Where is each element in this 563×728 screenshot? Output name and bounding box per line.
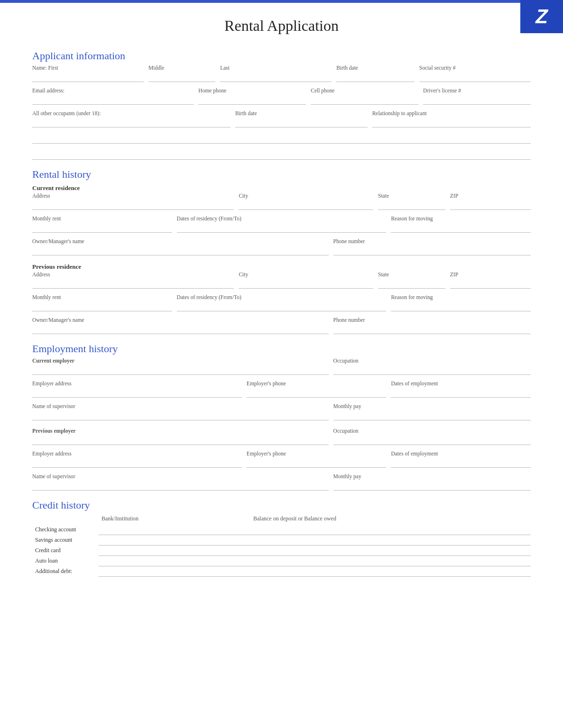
- field-current-dates: Dates of residency (From/To): [177, 216, 391, 233]
- field-prev-supervisor: Name of supervisor: [32, 473, 333, 491]
- logo-box: Z: [520, 0, 563, 33]
- input-employer-phone[interactable]: [247, 387, 387, 398]
- rental-current-row1: Address City State ZIP: [32, 193, 531, 210]
- input-prev-zip[interactable]: [450, 278, 531, 289]
- input-prev-employer-address[interactable]: [32, 457, 242, 468]
- input-monthly-pay[interactable]: [333, 410, 531, 420]
- input-prev-monthly-pay[interactable]: [333, 480, 531, 491]
- field-cell-phone: Cell phone: [311, 88, 423, 105]
- input-middle-name[interactable]: [148, 72, 215, 82]
- field-current-employer: Current employer: [32, 358, 333, 375]
- input-dates-employment[interactable]: [391, 387, 531, 398]
- table-row: Additional debt:: [32, 566, 531, 576]
- input-drivers-license[interactable]: [423, 94, 531, 105]
- applicant-row3: All other occupants (under 18): Birth da…: [32, 110, 531, 127]
- input-supervisor[interactable]: [32, 410, 329, 420]
- input-prev-rent[interactable]: [32, 301, 172, 311]
- input-prev-employer[interactable]: [32, 435, 329, 445]
- input-current-address[interactable]: [32, 200, 234, 210]
- credit-input-savings-bank[interactable]: [99, 535, 250, 545]
- applicant-section-title: Applicant information: [32, 50, 531, 62]
- credit-input-checking-bank[interactable]: [99, 524, 250, 535]
- field-current-city: City: [239, 193, 378, 210]
- employment-prev-row2: Employer address Employer's phone Dates …: [32, 451, 531, 468]
- input-current-employer[interactable]: [32, 364, 329, 375]
- field-prev-reason: Reason for moving: [391, 294, 531, 311]
- input-prev-address[interactable]: [32, 278, 234, 289]
- rental-section-title: Rental history: [32, 168, 531, 181]
- current-residence-label: Current residence: [32, 184, 531, 192]
- field-prev-dates-employment: Dates of employment: [391, 451, 531, 468]
- rental-prev-row3: Owner/Manager's name Phone number: [32, 317, 531, 334]
- input-prev-occupation[interactable]: [333, 435, 531, 445]
- input-current-dates[interactable]: [177, 222, 387, 233]
- input-current-city[interactable]: [239, 200, 373, 210]
- applicant-extra-line1: [32, 133, 531, 144]
- field-prev-employer-address: Employer address: [32, 451, 247, 468]
- credit-table-header: Bank/Institution Balance on deposit or B…: [32, 514, 531, 524]
- field-prev-city: City: [239, 272, 378, 289]
- field-prev-address: Address: [32, 272, 239, 289]
- input-current-rent[interactable]: [32, 222, 172, 233]
- input-prev-reason[interactable]: [391, 301, 531, 311]
- credit-input-checking-balance[interactable]: [250, 524, 531, 535]
- credit-input-savings-balance[interactable]: [250, 535, 531, 545]
- input-first-name[interactable]: [32, 72, 144, 82]
- rental-section: Rental history Current residence Address…: [32, 168, 531, 334]
- credit-input-debt-balance[interactable]: [250, 566, 531, 576]
- input-last-name[interactable]: [220, 72, 332, 82]
- employment-current-row3: Name of supervisor Monthly pay: [32, 403, 531, 420]
- input-current-reason[interactable]: [391, 222, 531, 233]
- credit-input-auto-balance[interactable]: [250, 555, 531, 566]
- credit-input-credit-bank[interactable]: [99, 545, 250, 555]
- input-home-phone[interactable]: [198, 94, 306, 105]
- applicant-section: Applicant information Name: First Middle…: [32, 50, 531, 160]
- credit-input-credit-balance[interactable]: [250, 545, 531, 555]
- input-other-occupants[interactable]: [32, 117, 231, 127]
- field-prev-employer-phone: Employer's phone: [247, 451, 391, 468]
- input-current-owner-phone[interactable]: [333, 245, 531, 255]
- table-row: Credit card: [32, 545, 531, 555]
- field-relationship: Relationship to applicant: [372, 110, 531, 127]
- input-prev-owner[interactable]: [32, 324, 329, 334]
- input-email[interactable]: [32, 94, 194, 105]
- input-prev-supervisor[interactable]: [32, 480, 329, 491]
- input-employer-address[interactable]: [32, 387, 242, 398]
- credit-input-auto-bank[interactable]: [99, 555, 250, 566]
- field-current-rent: Monthly rent: [32, 216, 177, 233]
- input-cell-phone[interactable]: [311, 94, 418, 105]
- applicant-extra-line2: [32, 149, 531, 160]
- field-birth-date: Birth date: [336, 65, 419, 82]
- input-occupant-birth-date[interactable]: [235, 117, 368, 127]
- previous-residence-label: Previous residence: [32, 263, 531, 271]
- field-dates-employment: Dates of employment: [391, 381, 531, 398]
- field-current-occupation: Occupation: [333, 358, 531, 375]
- input-current-state[interactable]: [378, 200, 445, 210]
- credit-input-debt-bank[interactable]: [99, 566, 250, 576]
- field-current-reason: Reason for moving: [391, 216, 531, 233]
- input-current-zip[interactable]: [450, 200, 531, 210]
- employment-section-title: Employment history: [32, 343, 531, 355]
- credit-row-label-credit: Credit card: [32, 545, 99, 555]
- field-last-name: Last: [220, 65, 336, 82]
- credit-section-title: Credit history: [32, 499, 531, 511]
- input-prev-employer-phone[interactable]: [247, 457, 387, 468]
- field-employer-address: Employer address: [32, 381, 247, 398]
- input-ssn[interactable]: [419, 72, 531, 82]
- input-prev-dates-employment[interactable]: [391, 457, 531, 468]
- input-current-occupation[interactable]: [333, 364, 531, 375]
- credit-col-bank: Bank/Institution: [99, 514, 250, 524]
- applicant-row1: Name: First Middle Last Birth date Socia…: [32, 65, 531, 82]
- employment-current-row2: Employer address Employer's phone Dates …: [32, 381, 531, 398]
- input-relationship[interactable]: [372, 117, 531, 127]
- field-current-state: State: [378, 193, 450, 210]
- input-prev-state[interactable]: [378, 278, 445, 289]
- input-birth-date[interactable]: [336, 72, 415, 82]
- field-drivers-license: Driver's license #: [423, 88, 531, 105]
- input-prev-dates[interactable]: [177, 301, 387, 311]
- credit-col-balance: Balance on deposit or Balance owed: [250, 514, 531, 524]
- input-current-owner[interactable]: [32, 245, 329, 255]
- input-prev-city[interactable]: [239, 278, 373, 289]
- table-row: Savings account: [32, 535, 531, 545]
- input-prev-owner-phone[interactable]: [333, 324, 531, 334]
